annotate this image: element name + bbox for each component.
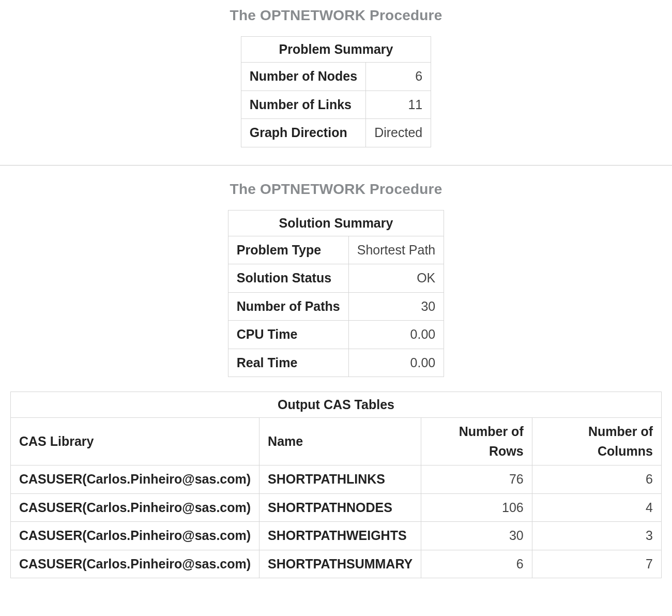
table-row: CASUSER(Carlos.Pinheiro@sas.com) SHORTPA… [11, 493, 662, 522]
cell-cols: 4 [532, 493, 661, 522]
row-value: Directed [366, 119, 431, 147]
cell-cols: 3 [532, 522, 661, 550]
row-value: 6 [366, 63, 431, 91]
col-lib: CAS Library [11, 418, 259, 465]
row-label: Number of Links [241, 91, 365, 119]
proc-title-2: The OPTNETWORK Procedure [0, 181, 672, 198]
row-label: Solution Status [228, 264, 348, 293]
row-label: Number of Paths [228, 292, 348, 321]
output-cas-caption: Output CAS Tables [10, 392, 662, 417]
cell-lib: CASUSER(Carlos.Pinheiro@sas.com) [11, 465, 259, 494]
solution-summary-caption: Solution Summary [228, 210, 445, 236]
table-row: Problem Type Shortest Path [228, 236, 444, 264]
problem-summary-table: Problem Summary Number of Nodes 6 Number… [241, 36, 431, 147]
cell-lib: CASUSER(Carlos.Pinheiro@sas.com) [11, 493, 259, 522]
cell-rows: 76 [421, 465, 532, 494]
cell-lib: CASUSER(Carlos.Pinheiro@sas.com) [11, 522, 259, 550]
col-name: Name [259, 418, 421, 465]
solution-summary-table: Solution Summary Problem Type Shortest P… [228, 210, 445, 378]
cell-rows: 30 [421, 522, 532, 550]
cell-cols: 6 [532, 465, 661, 494]
proc-title-1: The OPTNETWORK Procedure [0, 7, 672, 24]
row-label: Number of Nodes [241, 63, 365, 91]
row-label: Problem Type [228, 236, 348, 264]
table-row: Number of Paths 30 [228, 292, 444, 321]
cell-rows: 6 [421, 550, 532, 578]
row-label: CPU Time [228, 321, 348, 349]
section-solution: The OPTNETWORK Procedure Solution Summar… [0, 181, 672, 579]
section-problem: The OPTNETWORK Procedure Problem Summary… [0, 7, 672, 147]
row-value: 30 [348, 292, 444, 321]
row-label: Real Time [228, 349, 348, 377]
section-divider [0, 165, 672, 166]
table-row: Real Time 0.00 [228, 349, 444, 377]
table-row: CASUSER(Carlos.Pinheiro@sas.com) SHORTPA… [11, 465, 662, 494]
row-value: 0.00 [348, 349, 444, 377]
row-value: 11 [366, 91, 431, 119]
col-rows: Number of Rows [421, 418, 532, 465]
table-row: Graph Direction Directed [241, 119, 431, 147]
table-row: Number of Links 11 [241, 91, 431, 119]
table-row: CPU Time 0.00 [228, 321, 444, 349]
cell-name: SHORTPATHLINKS [259, 465, 421, 494]
row-value: 0.00 [348, 321, 444, 349]
table-row: CASUSER(Carlos.Pinheiro@sas.com) SHORTPA… [11, 522, 662, 550]
page: The OPTNETWORK Procedure Problem Summary… [0, 7, 672, 578]
table-row: Solution Status OK [228, 264, 444, 293]
row-value: Shortest Path [348, 236, 444, 264]
cell-name: SHORTPATHNODES [259, 493, 421, 522]
table-row: CASUSER(Carlos.Pinheiro@sas.com) SHORTPA… [11, 550, 662, 578]
cell-lib: CASUSER(Carlos.Pinheiro@sas.com) [11, 550, 259, 578]
table-header-row: CAS Library Name Number of Rows Number o… [11, 418, 662, 465]
cell-rows: 106 [421, 493, 532, 522]
row-value: OK [348, 264, 444, 293]
cell-name: SHORTPATHWEIGHTS [259, 522, 421, 550]
output-cas-tables: Output CAS Tables CAS Library Name Numbe… [10, 392, 662, 578]
cell-name: SHORTPATHSUMMARY [259, 550, 421, 578]
cell-cols: 7 [532, 550, 661, 578]
problem-summary-caption: Problem Summary [241, 36, 431, 62]
table-row: Number of Nodes 6 [241, 63, 431, 91]
row-label: Graph Direction [241, 119, 365, 147]
col-cols: Number of Columns [532, 418, 661, 465]
